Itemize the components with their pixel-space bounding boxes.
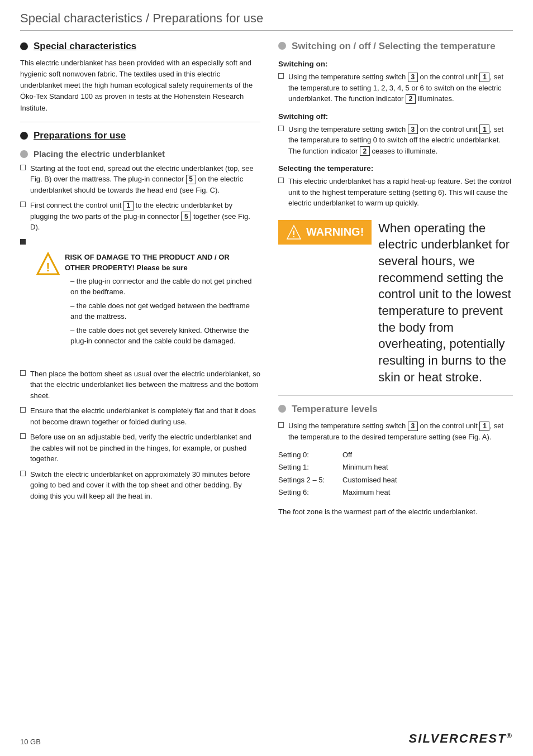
right-column: Switching on / off / Selecting the tempe… xyxy=(278,41,513,523)
brand-name: SILVERCREST® xyxy=(409,731,513,746)
temp-setting-value: Minimum heat xyxy=(342,461,388,473)
list-item: Before use on an adjustable bed, verify … xyxy=(20,432,260,465)
inline-box-2b: 2 xyxy=(360,146,370,156)
inline-box-1a: 1 xyxy=(479,73,489,82)
selecting-temp-label: Selecting the temperature: xyxy=(278,164,513,173)
temp-footer-text: The foot zone is the warmest part of the… xyxy=(278,506,513,518)
checkbox-icon xyxy=(20,370,26,376)
svg-text:!: ! xyxy=(292,229,295,239)
temp-setting-value: Maximum heat xyxy=(342,486,390,499)
checkbox-icon xyxy=(278,73,284,79)
switching-on-subsection: Switching on: Using the temperature sett… xyxy=(278,60,513,104)
special-characteristics-body: This electric underblanket has been prov… xyxy=(20,58,260,114)
page-header: Special characteristics / Preparations f… xyxy=(20,11,513,31)
page-number: 10 GB xyxy=(20,738,41,746)
temp-setting-label: Setting 1: xyxy=(278,461,337,473)
switching-off-subsection: Switching off: Using the temperature set… xyxy=(278,112,513,157)
temperature-levels-section: Temperature levels Using the temperature… xyxy=(278,404,513,518)
checkbox-icon xyxy=(20,433,26,439)
switching-off-label: Switching off: xyxy=(278,112,513,121)
checkbox-icon xyxy=(278,178,284,183)
switching-on-label: Switching on: xyxy=(278,60,513,68)
temp-row-2: Settings 2 – 5: Customised heat xyxy=(278,474,513,486)
triangle-warning-icon: ! xyxy=(36,252,60,276)
selecting-temp-item: This electric underblanket has a rapid h… xyxy=(278,176,513,209)
preparations-section: Preparations for use Placing the electri… xyxy=(20,130,260,502)
inline-box-1b: 1 xyxy=(479,125,489,134)
risk-warning-sub-items: the plug-in connector and the cable do n… xyxy=(70,276,255,347)
warning-risk-item: ! RISK OF DAMAGE TO THE PRODUCT AND / OR… xyxy=(20,237,260,364)
temp-levels-bullet xyxy=(278,405,286,413)
temp-setting-value: Customised heat xyxy=(342,474,397,486)
inline-box-2a: 2 xyxy=(406,94,416,104)
risk-sub-item: the cable does not get wedged between th… xyxy=(70,300,255,322)
warning-badge: ! WARNING! xyxy=(278,220,372,245)
temp-row-0: Setting 0: Off xyxy=(278,449,513,461)
switching-off-item: Using the temperature setting switch 3 o… xyxy=(278,124,513,157)
risk-sub-item: the plug-in connector and the cable do n… xyxy=(70,276,255,298)
list-item: Starting at the foot end, spread out the… xyxy=(20,163,260,196)
risk-sub-item: the cable does not get severely kinked. … xyxy=(70,325,255,347)
special-characteristics-heading: Special characteristics xyxy=(20,41,260,52)
inline-box-1c: 1 xyxy=(479,422,489,431)
big-warning-text: When operating the electric underblanket… xyxy=(378,220,513,386)
list-item: Then place the bottom sheet as usual ove… xyxy=(20,369,260,401)
list-item: Ensure that the electric underblanket is… xyxy=(20,405,260,427)
list-item: First connect the control unit 1 to the … xyxy=(20,200,260,233)
switching-bullet xyxy=(278,42,286,50)
temperature-levels-heading: Temperature levels xyxy=(278,404,513,415)
inline-box-3a: 3 xyxy=(408,73,418,82)
warning-badge-label: WARNING! xyxy=(306,226,364,238)
svg-text:!: ! xyxy=(46,260,50,274)
switching-on-item: Using the temperature setting switch 3 o… xyxy=(278,71,513,104)
page: Special characteristics / Preparations f… xyxy=(0,0,533,756)
temp-row-1: Setting 1: Minimum heat xyxy=(278,461,513,473)
temp-setting-value: Off xyxy=(342,449,352,461)
preparations-heading: Preparations for use xyxy=(20,130,260,141)
inline-box-5: 5 xyxy=(186,175,196,184)
preparations-bullet xyxy=(20,132,28,140)
divider-right xyxy=(278,395,513,396)
page-footer: 10 GB SILVERCREST® xyxy=(20,731,513,746)
checkbox-icon xyxy=(278,126,284,131)
placing-bullet xyxy=(20,150,28,158)
checkbox-icon xyxy=(20,165,26,170)
risk-warning-box: ! RISK OF DAMAGE TO THE PRODUCT AND / OR… xyxy=(30,247,260,354)
checkbox-icon xyxy=(20,407,26,413)
temp-row-3: Setting 6: Maximum heat xyxy=(278,486,513,499)
switching-section-heading: Switching on / off / Selecting the tempe… xyxy=(278,41,513,52)
inline-box-5b: 5 xyxy=(181,212,191,221)
list-item: Switch the electric underblanket on appr… xyxy=(20,469,260,502)
checkbox-icon xyxy=(20,471,26,476)
page-header-title: Special characteristics / Preparations f… xyxy=(20,11,263,25)
temperature-settings-table: Setting 0: Off Setting 1: Minimum heat S… xyxy=(278,449,513,498)
square-icon xyxy=(20,239,26,245)
special-characteristics-bullet xyxy=(20,42,28,50)
inline-box-3c: 3 xyxy=(408,422,418,431)
placing-items-list: Starting at the foot end, spread out the… xyxy=(20,163,260,502)
two-column-layout: Special characteristics This electric un… xyxy=(20,41,513,523)
left-column: Special characteristics This electric un… xyxy=(20,41,260,523)
big-warning-box: ! WARNING! When operating the electric u… xyxy=(278,220,513,386)
inline-box-3b: 3 xyxy=(408,125,418,134)
placing-heading: Placing the electric underblanket xyxy=(20,149,260,159)
checkbox-icon xyxy=(278,422,284,428)
selecting-temp-subsection: Selecting the temperature: This electric… xyxy=(278,164,513,209)
temp-setting-label: Setting 0: xyxy=(278,449,337,461)
risk-warning-title: RISK OF DAMAGE TO THE PRODUCT AND / OR O… xyxy=(65,252,255,274)
warning-risk-box: ! RISK OF DAMAGE TO THE PRODUCT AND / OR… xyxy=(30,237,260,364)
temp-levels-intro-item: Using the temperature setting switch 3 o… xyxy=(278,420,513,442)
temp-setting-label: Settings 2 – 5: xyxy=(278,474,337,486)
inline-box-1: 1 xyxy=(123,201,134,210)
special-characteristics-section: Special characteristics This electric un… xyxy=(20,41,260,114)
temp-setting-label: Setting 6: xyxy=(278,486,337,499)
checkbox-icon xyxy=(20,202,26,207)
divider-1 xyxy=(20,122,260,122)
warning-triangle-icon: ! xyxy=(286,224,302,240)
